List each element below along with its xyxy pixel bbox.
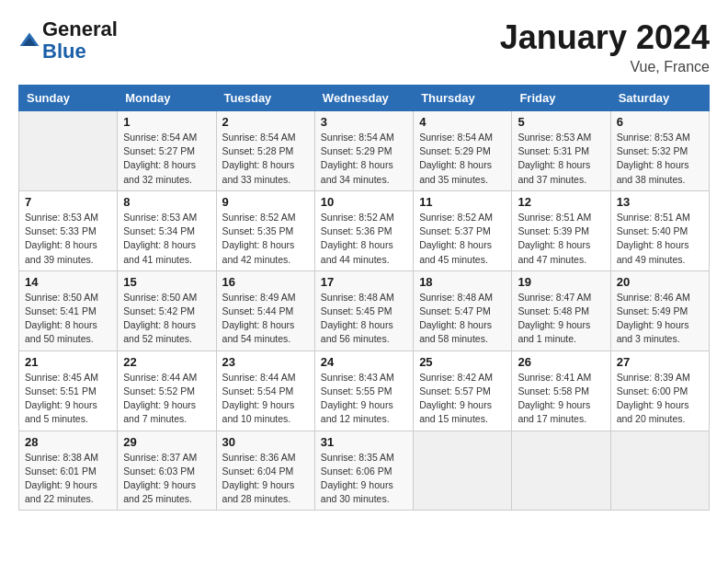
- day-info: Sunrise: 8:53 AM Sunset: 5:34 PM Dayligh…: [123, 211, 210, 267]
- day-info: Sunrise: 8:51 AM Sunset: 5:40 PM Dayligh…: [617, 211, 703, 267]
- day-info: Sunrise: 8:48 AM Sunset: 5:47 PM Dayligh…: [419, 291, 506, 347]
- day-info: Sunrise: 8:54 AM Sunset: 5:29 PM Dayligh…: [419, 131, 506, 187]
- calendar-cell: 29Sunrise: 8:37 AM Sunset: 6:03 PM Dayli…: [118, 431, 216, 511]
- day-info: Sunrise: 8:53 AM Sunset: 5:32 PM Dayligh…: [617, 131, 703, 187]
- calendar-cell: 22Sunrise: 8:44 AM Sunset: 5:52 PM Dayli…: [118, 350, 216, 431]
- calendar-week-row: 1Sunrise: 8:54 AM Sunset: 5:27 PM Daylig…: [19, 111, 710, 191]
- day-info: Sunrise: 8:51 AM Sunset: 5:39 PM Dayligh…: [518, 211, 604, 267]
- day-number: 25: [419, 355, 506, 369]
- day-number: 20: [617, 275, 703, 289]
- day-number: 10: [321, 195, 407, 209]
- day-info: Sunrise: 8:52 AM Sunset: 5:36 PM Dayligh…: [321, 211, 407, 267]
- month-title: January 2024: [500, 18, 710, 57]
- calendar-cell: 15Sunrise: 8:50 AM Sunset: 5:42 PM Dayli…: [118, 270, 216, 350]
- day-number: 2: [222, 115, 309, 129]
- calendar-cell: [414, 431, 512, 511]
- calendar-cell: 20Sunrise: 8:46 AM Sunset: 5:49 PM Dayli…: [610, 270, 709, 350]
- day-number: 27: [617, 355, 703, 369]
- calendar-cell: 1Sunrise: 8:54 AM Sunset: 5:27 PM Daylig…: [118, 111, 216, 191]
- calendar-cell: 2Sunrise: 8:54 AM Sunset: 5:28 PM Daylig…: [216, 111, 314, 191]
- calendar-week-row: 28Sunrise: 8:38 AM Sunset: 6:01 PM Dayli…: [19, 431, 710, 511]
- calendar-cell: 4Sunrise: 8:54 AM Sunset: 5:29 PM Daylig…: [414, 111, 512, 191]
- day-info: Sunrise: 8:48 AM Sunset: 5:45 PM Dayligh…: [321, 291, 407, 347]
- column-header-tuesday: Tuesday: [216, 86, 314, 111]
- day-info: Sunrise: 8:45 AM Sunset: 5:51 PM Dayligh…: [25, 371, 111, 427]
- day-info: Sunrise: 8:52 AM Sunset: 5:37 PM Dayligh…: [419, 211, 506, 267]
- calendar-cell: 9Sunrise: 8:52 AM Sunset: 5:35 PM Daylig…: [216, 190, 314, 270]
- logo: General Blue: [18, 18, 118, 63]
- day-info: Sunrise: 8:54 AM Sunset: 5:28 PM Dayligh…: [222, 131, 309, 187]
- day-number: 6: [617, 115, 703, 129]
- page-header: General Blue January 2024 Vue, France: [18, 18, 710, 75]
- day-info: Sunrise: 8:47 AM Sunset: 5:48 PM Dayligh…: [518, 291, 604, 347]
- day-info: Sunrise: 8:53 AM Sunset: 5:31 PM Dayligh…: [518, 131, 604, 187]
- calendar-table: SundayMondayTuesdayWednesdayThursdayFrid…: [18, 85, 710, 511]
- calendar-cell: 31Sunrise: 8:35 AM Sunset: 6:06 PM Dayli…: [314, 431, 413, 511]
- calendar-cell: 28Sunrise: 8:38 AM Sunset: 6:01 PM Dayli…: [19, 431, 118, 511]
- calendar-cell: 14Sunrise: 8:50 AM Sunset: 5:41 PM Dayli…: [19, 270, 118, 350]
- column-header-thursday: Thursday: [414, 86, 512, 111]
- day-number: 8: [123, 195, 210, 209]
- day-info: Sunrise: 8:38 AM Sunset: 6:01 PM Dayligh…: [25, 451, 111, 507]
- day-info: Sunrise: 8:36 AM Sunset: 6:04 PM Dayligh…: [222, 451, 309, 507]
- column-header-monday: Monday: [118, 86, 216, 111]
- day-info: Sunrise: 8:35 AM Sunset: 6:06 PM Dayligh…: [321, 451, 407, 507]
- calendar-week-row: 21Sunrise: 8:45 AM Sunset: 5:51 PM Dayli…: [19, 350, 710, 431]
- calendar-cell: 5Sunrise: 8:53 AM Sunset: 5:31 PM Daylig…: [512, 111, 610, 191]
- day-number: 29: [123, 435, 210, 449]
- calendar-cell: 7Sunrise: 8:53 AM Sunset: 5:33 PM Daylig…: [19, 190, 118, 270]
- day-number: 9: [222, 195, 309, 209]
- location: Vue, France: [500, 59, 710, 75]
- day-info: Sunrise: 8:39 AM Sunset: 6:00 PM Dayligh…: [617, 371, 703, 427]
- calendar-cell: 17Sunrise: 8:48 AM Sunset: 5:45 PM Dayli…: [314, 270, 413, 350]
- day-number: 21: [25, 355, 111, 369]
- day-number: 13: [617, 195, 703, 209]
- calendar-cell: [512, 431, 610, 511]
- day-number: 24: [321, 355, 407, 369]
- day-number: 26: [518, 355, 604, 369]
- day-number: 1: [123, 115, 210, 129]
- day-info: Sunrise: 8:50 AM Sunset: 5:41 PM Dayligh…: [25, 291, 111, 347]
- logo-line1: General: [42, 17, 118, 40]
- day-number: 14: [25, 275, 111, 289]
- calendar-week-row: 14Sunrise: 8:50 AM Sunset: 5:41 PM Dayli…: [19, 270, 710, 350]
- column-header-sunday: Sunday: [19, 86, 118, 111]
- day-number: 23: [222, 355, 309, 369]
- calendar-cell: 12Sunrise: 8:51 AM Sunset: 5:39 PM Dayli…: [512, 190, 610, 270]
- day-number: 15: [123, 275, 210, 289]
- calendar-cell: 24Sunrise: 8:43 AM Sunset: 5:55 PM Dayli…: [314, 350, 413, 431]
- day-info: Sunrise: 8:54 AM Sunset: 5:29 PM Dayligh…: [321, 131, 407, 187]
- calendar-cell: 23Sunrise: 8:44 AM Sunset: 5:54 PM Dayli…: [216, 350, 314, 431]
- day-info: Sunrise: 8:44 AM Sunset: 5:52 PM Dayligh…: [123, 371, 210, 427]
- day-number: 18: [419, 275, 506, 289]
- day-number: 17: [321, 275, 407, 289]
- day-info: Sunrise: 8:53 AM Sunset: 5:33 PM Dayligh…: [25, 211, 111, 267]
- day-info: Sunrise: 8:41 AM Sunset: 5:58 PM Dayligh…: [518, 371, 604, 427]
- calendar-week-row: 7Sunrise: 8:53 AM Sunset: 5:33 PM Daylig…: [19, 190, 710, 270]
- day-info: Sunrise: 8:44 AM Sunset: 5:54 PM Dayligh…: [222, 371, 309, 427]
- day-info: Sunrise: 8:49 AM Sunset: 5:44 PM Dayligh…: [222, 291, 309, 347]
- day-number: 22: [123, 355, 210, 369]
- calendar-cell: 10Sunrise: 8:52 AM Sunset: 5:36 PM Dayli…: [314, 190, 413, 270]
- day-info: Sunrise: 8:42 AM Sunset: 5:57 PM Dayligh…: [419, 371, 506, 427]
- title-block: January 2024 Vue, France: [500, 18, 710, 75]
- logo-text: General Blue: [42, 18, 118, 63]
- column-header-wednesday: Wednesday: [314, 86, 413, 111]
- day-info: Sunrise: 8:54 AM Sunset: 5:27 PM Dayligh…: [123, 131, 210, 187]
- day-number: 12: [518, 195, 604, 209]
- day-number: 31: [321, 435, 407, 449]
- day-info: Sunrise: 8:46 AM Sunset: 5:49 PM Dayligh…: [617, 291, 703, 347]
- calendar-cell: 25Sunrise: 8:42 AM Sunset: 5:57 PM Dayli…: [414, 350, 512, 431]
- calendar-cell: 26Sunrise: 8:41 AM Sunset: 5:58 PM Dayli…: [512, 350, 610, 431]
- day-number: 30: [222, 435, 309, 449]
- calendar-cell: 13Sunrise: 8:51 AM Sunset: 5:40 PM Dayli…: [610, 190, 709, 270]
- column-header-friday: Friday: [512, 86, 610, 111]
- calendar-cell: [610, 431, 709, 511]
- calendar-cell: 18Sunrise: 8:48 AM Sunset: 5:47 PM Dayli…: [414, 270, 512, 350]
- day-number: 3: [321, 115, 407, 129]
- column-header-saturday: Saturday: [610, 86, 709, 111]
- calendar-cell: 19Sunrise: 8:47 AM Sunset: 5:48 PM Dayli…: [512, 270, 610, 350]
- day-number: 5: [518, 115, 604, 129]
- day-number: 19: [518, 275, 604, 289]
- day-info: Sunrise: 8:50 AM Sunset: 5:42 PM Dayligh…: [123, 291, 210, 347]
